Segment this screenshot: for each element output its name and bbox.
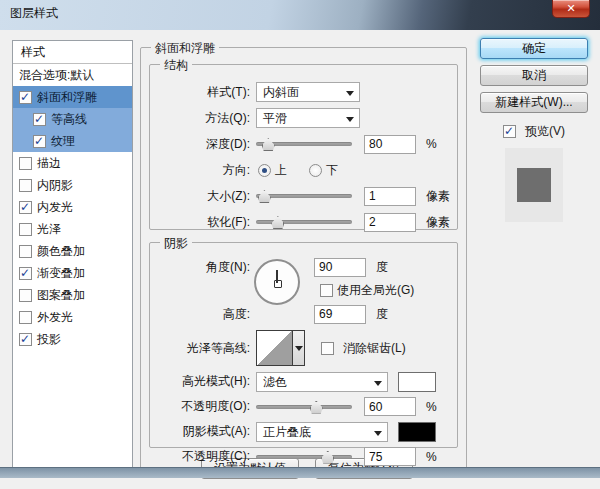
- shadow-opacity-label: 不透明度(C):: [156, 448, 256, 465]
- altitude-label: 高度:: [156, 306, 256, 323]
- sidebar-item-pattern-overlay[interactable]: 图案叠加: [13, 284, 132, 306]
- checkbox-color-overlay[interactable]: [19, 245, 32, 258]
- soften-slider-thumb[interactable]: [271, 216, 284, 229]
- highlight-color-swatch[interactable]: [398, 372, 436, 392]
- size-label: 大小(Z):: [156, 188, 256, 205]
- ok-button[interactable]: 确定: [480, 38, 588, 59]
- soften-label: 软化(F):: [156, 214, 256, 231]
- checkbox-texture[interactable]: [33, 135, 46, 148]
- preview-thumbnail: [505, 148, 563, 222]
- highlight-mode-dropdown[interactable]: 滤色: [256, 372, 388, 392]
- soften-unit: 像素: [426, 214, 450, 231]
- checkbox-outer-glow[interactable]: [19, 311, 32, 324]
- highlight-opacity-input[interactable]: [364, 397, 416, 416]
- sidebar-item-satin[interactable]: 光泽: [13, 218, 132, 240]
- checkbox-inner-shadow[interactable]: [19, 179, 32, 192]
- title-bar: 图层样式 ✕: [0, 0, 600, 30]
- size-slider[interactable]: [256, 189, 352, 203]
- sidebar-item-texture[interactable]: 纹理: [13, 130, 132, 152]
- sidebar-item-drop-shadow[interactable]: 投影: [13, 328, 132, 350]
- use-global-light-label: 使用全局光(G): [337, 282, 414, 299]
- panel-title: 斜面和浮雕: [151, 40, 219, 57]
- gloss-contour-picker[interactable]: [256, 330, 305, 366]
- gloss-contour-label: 光泽等高线:: [156, 340, 256, 357]
- action-column: 确定 取消 新建样式(W)... 预览(V): [478, 38, 590, 222]
- structure-group: 结构 样式(T): 内斜面 方法(Q): 平滑: [149, 64, 458, 230]
- size-slider-thumb[interactable]: [258, 190, 271, 203]
- shadow-mode-dropdown[interactable]: 正片叠底: [256, 422, 388, 442]
- sidebar-item-outer-glow[interactable]: 外发光: [13, 306, 132, 328]
- checkbox-inner-glow[interactable]: [19, 201, 32, 214]
- technique-dropdown[interactable]: 平滑: [256, 108, 360, 128]
- depth-slider[interactable]: [256, 137, 352, 151]
- sidebar-item-inner-shadow[interactable]: 内阴影: [13, 174, 132, 196]
- bevel-emboss-group: 斜面和浮雕 结构 样式(T): 内斜面 方法(Q): 平滑: [140, 47, 467, 471]
- chevron-down-icon[interactable]: [292, 331, 304, 365]
- shadow-mode-label: 阴影模式(A):: [156, 423, 256, 440]
- direction-label: 方向:: [156, 162, 256, 179]
- use-global-light-checkbox[interactable]: [320, 284, 333, 297]
- checkbox-satin[interactable]: [19, 223, 32, 236]
- style-dropdown[interactable]: 内斜面: [256, 82, 360, 102]
- anti-alias-label: 消除锯齿(L): [343, 340, 406, 357]
- angle-dial[interactable]: [254, 259, 300, 305]
- preview-checkbox[interactable]: [503, 125, 516, 138]
- chevron-down-icon: [374, 431, 382, 436]
- close-button[interactable]: ✕: [552, 0, 590, 18]
- sidebar-item-blending-options[interactable]: 混合选项:默认: [13, 64, 132, 86]
- checkbox-drop-shadow[interactable]: [19, 333, 32, 346]
- highlight-opacity-unit: %: [426, 400, 437, 414]
- altitude-unit: 度: [376, 306, 388, 323]
- cancel-button[interactable]: 取消: [480, 65, 588, 86]
- soften-slider[interactable]: [256, 215, 352, 229]
- dialog-title: 图层样式: [10, 5, 58, 22]
- sidebar-item-stroke[interactable]: 描边: [13, 152, 132, 174]
- highlight-opacity-slider[interactable]: [256, 400, 352, 414]
- window-bottom-frame: [0, 467, 600, 478]
- angle-unit: 度: [376, 259, 388, 276]
- depth-label: 深度(D):: [156, 136, 256, 153]
- depth-input[interactable]: [364, 135, 416, 154]
- checkbox-gradient-overlay[interactable]: [19, 267, 32, 280]
- direction-up-label: 上: [275, 162, 287, 179]
- angle-input[interactable]: [314, 258, 366, 277]
- altitude-input[interactable]: [314, 305, 366, 324]
- styles-list-header: 样式: [13, 41, 132, 63]
- chevron-down-icon: [374, 381, 382, 386]
- checkbox-bevel-emboss[interactable]: [19, 91, 32, 104]
- sidebar-item-color-overlay[interactable]: 颜色叠加: [13, 240, 132, 262]
- depth-slider-thumb[interactable]: [262, 138, 275, 151]
- bevel-emboss-panel: 斜面和浮雕 结构 样式(T): 内斜面 方法(Q): 平滑: [140, 47, 467, 471]
- size-input[interactable]: [364, 187, 416, 206]
- checkbox-contour[interactable]: [33, 113, 46, 126]
- size-unit: 像素: [426, 188, 450, 205]
- sidebar-item-gradient-overlay[interactable]: 渐变叠加: [13, 262, 132, 284]
- shading-group: 阴影 角度(N): 度 使用全局光(G): [149, 242, 458, 448]
- style-label: 样式(T):: [156, 84, 256, 101]
- sidebar-item-bevel-emboss[interactable]: 斜面和浮雕: [13, 86, 132, 108]
- direction-up-radio[interactable]: [258, 164, 271, 177]
- dialog-content: 样式 混合选项:默认 斜面和浮雕 等高线 纹理 描边: [0, 30, 600, 478]
- preview-label: 预览(V): [525, 123, 565, 140]
- shading-title: 阴影: [160, 235, 192, 252]
- highlight-opacity-thumb[interactable]: [310, 401, 323, 414]
- checkbox-stroke[interactable]: [19, 157, 32, 170]
- new-style-button[interactable]: 新建样式(W)...: [480, 92, 588, 113]
- shadow-opacity-unit: %: [426, 450, 437, 464]
- direction-down-radio[interactable]: [309, 164, 322, 177]
- shadow-opacity-slider[interactable]: [256, 450, 352, 464]
- shadow-opacity-input[interactable]: [364, 447, 416, 466]
- shadow-color-swatch[interactable]: [398, 422, 436, 442]
- preview-swatch: [517, 168, 551, 202]
- sidebar-item-contour[interactable]: 等高线: [13, 108, 132, 130]
- checkbox-pattern-overlay[interactable]: [19, 289, 32, 302]
- chevron-down-icon: [346, 117, 354, 122]
- sidebar-item-inner-glow[interactable]: 内发光: [13, 196, 132, 218]
- highlight-opacity-label: 不透明度(O):: [156, 398, 256, 415]
- anti-alias-checkbox[interactable]: [321, 342, 334, 355]
- shadow-opacity-thumb[interactable]: [321, 451, 334, 464]
- layer-style-dialog: 图层样式 ✕ 样式 混合选项:默认 斜面和浮雕 等高线 纹理: [0, 0, 600, 489]
- chevron-down-icon: [346, 91, 354, 96]
- soften-input[interactable]: [364, 213, 416, 232]
- technique-label: 方法(Q):: [156, 110, 256, 127]
